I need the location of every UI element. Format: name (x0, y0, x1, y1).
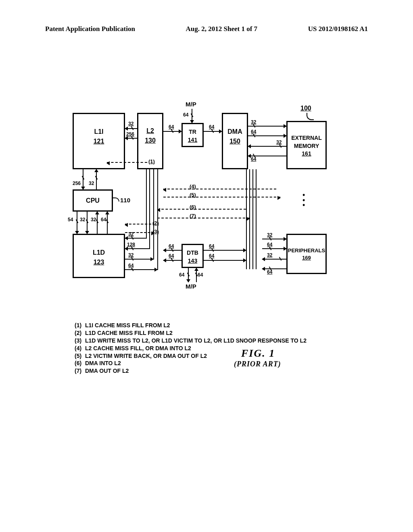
bus-dtb-to-dma-a (204, 250, 246, 251)
block-ext-num: 161 (288, 150, 325, 158)
bus-l2-to-l1d-128 (125, 248, 149, 249)
block-l1i-num: 121 (74, 137, 124, 146)
path-3-label: (3) (152, 229, 159, 235)
ref-110: 110 (120, 197, 130, 204)
ref-100: 100 (300, 105, 311, 112)
block-l1i: L1I 121 (73, 113, 125, 169)
bus-l2-to-l1i-256 (125, 138, 137, 139)
bus-width-32: 32 (80, 217, 85, 222)
legend-t-7: DMA OUT OF L2 (85, 367, 129, 375)
bus-width-64: 64 (128, 263, 133, 268)
bus-width-32: 32 (89, 181, 94, 186)
block-tr-num: 141 (183, 136, 202, 144)
legend-n-7: (7) (75, 367, 85, 375)
block-dtb-num: 143 (183, 257, 202, 265)
block-external-memory: EXTERNAL MEMORY 161 (286, 121, 327, 169)
legend-n-5: (5) (75, 352, 85, 360)
block-peripherals: PERIPHERALS 169 (286, 234, 327, 274)
vertical-ellipsis-icon: ••• (302, 193, 305, 208)
bus-width-256: 256 (73, 181, 81, 186)
bend-a (146, 169, 147, 239)
block-cpu: CPU (73, 189, 113, 212)
ref-110-leader (113, 197, 119, 202)
ref-100-leader (307, 113, 314, 120)
block-per-num: 169 (288, 254, 325, 262)
block-tr: TR 141 (181, 123, 204, 147)
bus-width-64: 64 (179, 272, 184, 278)
bus-width-64: 64 (101, 217, 106, 222)
path-7-line (157, 218, 249, 218)
bus-width-64: 64 (251, 129, 256, 135)
bus-width-32: 32 (251, 119, 256, 125)
header-center: Aug. 2, 2012 Sheet 1 of 7 (186, 25, 258, 33)
block-dtb-name: DTB (183, 249, 202, 257)
bus-width-64: 64 (267, 269, 272, 275)
path-2-line (125, 224, 151, 224)
block-l1i-name: L1I (74, 127, 124, 137)
mp-label-top: M/P (186, 101, 196, 108)
legend-n-2: (2) (75, 329, 85, 337)
bus-width-64: 64 (209, 243, 214, 249)
path-2-label: (2) (152, 220, 159, 226)
bus-width-64: 64 (198, 272, 203, 278)
block-dma-name: DMA (223, 127, 247, 137)
path-7-label: (7) (190, 213, 196, 219)
bus-width-64: 64 (183, 112, 188, 118)
bus-width-32: 32 (276, 139, 282, 145)
bend-c (153, 169, 154, 260)
block-cpu-name: CPU (74, 197, 112, 204)
page-header: Patent Application Publication Aug. 2, 2… (45, 25, 368, 33)
legend-n-3: (3) (75, 337, 85, 345)
bus-width-64: 64 (169, 243, 174, 249)
legend-t-2: L1D CACHE MISS FILL FROM L2 (85, 329, 173, 337)
path-1-line (107, 162, 147, 163)
dma-drop-d (256, 169, 257, 269)
legend-n-4: (4) (75, 345, 85, 352)
path-6-line (157, 209, 246, 210)
block-dma-num: 150 (223, 137, 247, 146)
path-1-label: (1) (148, 158, 155, 164)
legend-n-6: (6) (75, 360, 85, 367)
legend-n-1: (1) (75, 322, 85, 329)
bend-b (149, 169, 150, 249)
bus-width-64: 64 (209, 124, 214, 130)
bend-d (157, 169, 158, 270)
bus-width-64: 64 (169, 124, 174, 130)
bus-width-64: 64 (267, 242, 272, 247)
bus-width-32: 32 (128, 121, 133, 127)
bus-width-54: 54 (68, 217, 73, 222)
header-right: US 2012/0198162 A1 (308, 25, 368, 33)
path-5-line (163, 197, 280, 197)
path-4-label: (4) (190, 183, 196, 189)
bus-width-256: 256 (126, 131, 134, 137)
bus-width-32: 32 (267, 232, 272, 238)
bus-per-to-dma-32 (262, 259, 286, 260)
block-per-name: PERIPHERALS (288, 247, 325, 254)
legend-t-4: L2 CACHE MISS FILL, OR DMA INTO L2 (85, 345, 191, 352)
bus-width-128: 128 (127, 242, 135, 247)
bus-l1d-to-l2-64 (125, 269, 157, 270)
bus-l2-to-l1d-32 (125, 238, 146, 239)
dma-drop-c (252, 169, 253, 269)
path-6-label: (6) (190, 204, 196, 210)
bus-dma-to-per-64 (262, 248, 286, 249)
bus-width-32: 32 (91, 217, 96, 222)
path-5-label: (5) (190, 192, 196, 198)
block-dtb: DTB 143 (181, 244, 204, 268)
bus-dtb-to-dma-b (204, 260, 246, 261)
legend-t-1: L1I CACHE MISS FILL FROM L2 (85, 322, 170, 329)
bus-l1d-to-l2-32 (125, 259, 153, 260)
bus-dma-to-per-32 (262, 239, 286, 239)
bus-per-to-dma-64 (262, 268, 286, 269)
prior-art-note: (PRIOR ART) (234, 360, 281, 368)
figure-label: FIG. 1 (241, 347, 275, 360)
bus-width-32: 32 (267, 252, 272, 258)
block-dma: DMA 150 (222, 113, 248, 169)
block-l2-num: 130 (138, 136, 162, 145)
legend-t-5: L2 VICTIM WRITE BACK, OR DMA OUT OF L2 (85, 352, 207, 360)
block-l1d-name: L1D (74, 248, 124, 258)
block-ext-name: EXTERNAL MEMORY (288, 134, 325, 150)
bus-width-64: 64 (169, 253, 174, 259)
block-tr-name: TR (183, 128, 202, 136)
legend-t-3: L1D WRITE MISS TO L2, OR L1D VICTIM TO L… (85, 337, 307, 345)
